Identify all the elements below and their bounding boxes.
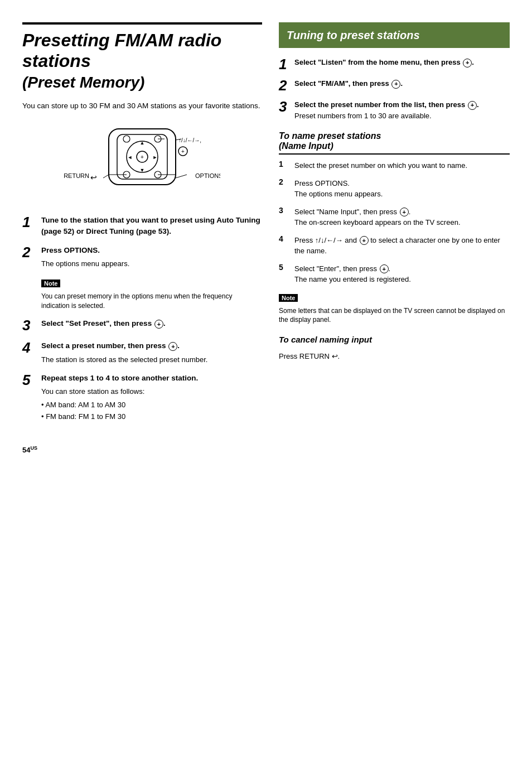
name-step-3-content: Select "Name Input", then press +. The o…: [294, 206, 510, 228]
tuning-section-header: Tuning to preset stations: [279, 22, 510, 48]
name-step-5-number: 5: [279, 263, 290, 271]
right-step-3: 3 Select the preset number from the list…: [279, 99, 510, 121]
svg-text:◄: ◄: [128, 155, 133, 160]
name-step-1: 1 Select the preset number on which you …: [279, 160, 510, 171]
step-4-content: Select a preset number, then press +. Th…: [41, 340, 262, 365]
svg-text:►: ►: [153, 155, 158, 160]
svg-text:RETURN: RETURN: [64, 172, 89, 179]
right-step-1-number: 1: [279, 57, 290, 71]
svg-text:+: +: [181, 148, 185, 155]
cancel-text: Press RETURN ↩.: [279, 352, 510, 360]
note-section: Note You can preset memory in the option…: [41, 277, 262, 311]
right-column: Tuning to preset stations 1 Select "List…: [279, 22, 510, 454]
step-4-number: 4: [22, 340, 36, 355]
left-step-2: 2 Press OPTIONS. The options menu appear…: [22, 245, 262, 269]
note-text: You can preset memory in the options men…: [41, 292, 262, 311]
svg-line-18: [176, 175, 187, 178]
right-step-1: 1 Select "Listen" from the home menu, th…: [279, 57, 510, 71]
main-title: Presetting FM/AM radio stations(Preset M…: [22, 22, 262, 91]
name-step-4-content: Press ↑/↓/←/→ and + to select a characte…: [294, 235, 510, 257]
step-3-content: Select "Set Preset", then press +.: [41, 318, 262, 329]
svg-text:↑/↓/←/→,: ↑/↓/←/→,: [178, 137, 201, 143]
name-step-2-content: Press OPTIONS. The options menu appears.: [294, 178, 510, 200]
name-section-title: To name preset stations(Name Input): [279, 131, 510, 155]
left-step-1: 1 Tune to the station that you want to p…: [22, 215, 262, 238]
bullet-list: AM band: AM 1 to AM 30 FM band: FM 1 to …: [41, 399, 262, 423]
name-step-1-number: 1: [279, 160, 290, 168]
step-5-content: Repeat steps 1 to 4 to store another sta…: [41, 373, 262, 422]
name-step-4: 4 Press ↑/↓/←/→ and + to select a charac…: [279, 235, 510, 257]
step-3-number: 3: [22, 318, 36, 333]
step-2-number: 2: [22, 245, 36, 259]
right-step-3-content: Select the preset number from the list, …: [294, 99, 510, 121]
right-step-2-number: 2: [279, 78, 290, 93]
svg-text:▼: ▼: [140, 167, 145, 173]
name-step-3: 3 Select "Name Input", then press +. The…: [279, 206, 510, 228]
step-2-content: Press OPTIONS. The options menu appears.: [41, 245, 262, 269]
name-note-text: Some letters that can be displayed on th…: [279, 306, 510, 325]
svg-text:OPTIONS: OPTIONS: [195, 172, 220, 179]
cancel-title: To cancel naming input: [279, 335, 510, 346]
svg-line-15: [103, 175, 109, 178]
name-step-2-number: 2: [279, 178, 290, 186]
left-step-4: 4 Select a preset number, then press +. …: [22, 340, 262, 365]
svg-text:↩: ↩: [90, 173, 97, 182]
name-step-1-content: Select the preset number on which you wa…: [294, 160, 510, 171]
step-1-content: Tune to the station that you want to pre…: [41, 215, 262, 238]
svg-text:▲: ▲: [140, 140, 145, 146]
name-step-5: 5 Select "Enter", then press +. The name…: [279, 263, 510, 285]
svg-point-9: [123, 136, 130, 142]
bullet-item-am: AM band: AM 1 to AM 30: [41, 399, 262, 411]
left-step-3: 3 Select "Set Preset", then press +.: [22, 318, 262, 333]
step-5-number: 5: [22, 373, 36, 387]
tuning-section-title: Tuning to preset stations: [287, 29, 420, 41]
name-step-5-content: Select "Enter", then press +. The name y…: [294, 263, 510, 285]
left-step-5: 5 Repeat steps 1 to 4 to store another s…: [22, 373, 262, 422]
name-step-4-number: 4: [279, 235, 290, 243]
name-note-section: Note Some letters that can be displayed …: [279, 292, 510, 325]
name-step-3-number: 3: [279, 206, 290, 214]
right-step-1-content: Select "Listen" from the home menu, then…: [294, 57, 510, 68]
diagram: ▲ ▼ ◄ ► + RETURN ↩: [22, 123, 262, 201]
name-step-2: 2 Press OPTIONS. The options menu appear…: [279, 178, 510, 200]
left-column: Presetting FM/AM radio stations(Preset M…: [22, 22, 262, 454]
svg-text:+: +: [141, 154, 144, 160]
intro-text: You can store up to 30 FM and 30 AM stat…: [22, 100, 262, 112]
note-label: Note: [41, 280, 60, 287]
page-number: 54US: [22, 445, 262, 454]
name-note-label: Note: [279, 294, 298, 302]
right-step-3-number: 3: [279, 99, 290, 114]
step-1-number: 1: [22, 215, 36, 229]
right-step-2: 2 Select "FM/AM", then press +.: [279, 78, 510, 93]
right-step-2-content: Select "FM/AM", then press +.: [294, 78, 510, 89]
bullet-item-fm: FM band: FM 1 to FM 30: [41, 411, 262, 423]
